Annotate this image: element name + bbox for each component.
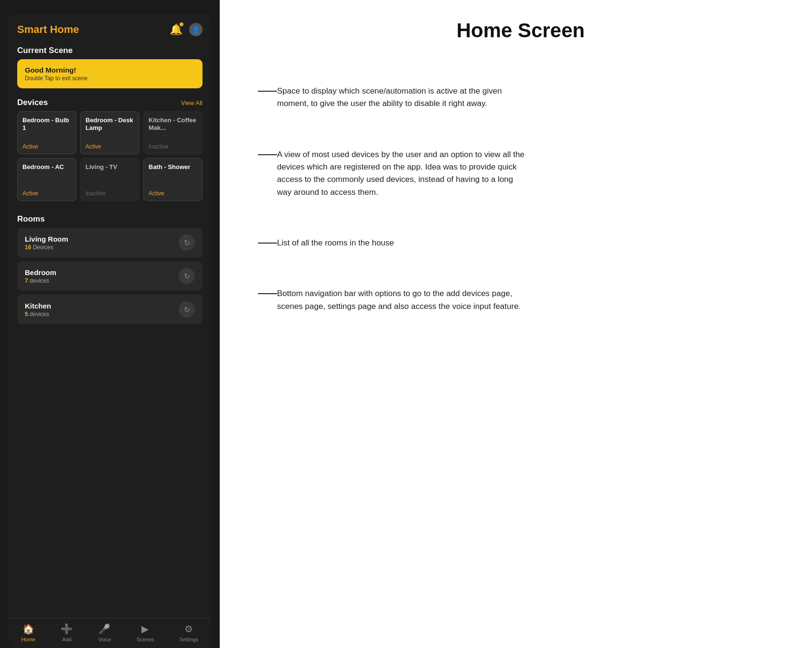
app-header: Smart Home 🔔 👤 (9, 14, 211, 42)
room-count-2: 5 (25, 311, 28, 318)
nav-icon-voice: 🎤 (98, 623, 110, 635)
room-arrow-2[interactable]: ↻ (179, 301, 195, 318)
devices-section-title: Devices (17, 98, 48, 107)
header-icons: 🔔 👤 (170, 23, 203, 36)
device-name-3: Bedroom - AC (22, 163, 71, 171)
devices-grid: Bedroom - Bulb 1 Active Bedroom - Desk L… (9, 111, 211, 208)
nav-item-scenes[interactable]: ▶ Scenes (137, 623, 154, 642)
room-name-0: Living Room (25, 235, 68, 243)
scene-card[interactable]: Good Morning! Double Tap to exit scene (17, 59, 203, 88)
current-scene-title: Current Scene (9, 42, 211, 59)
phone-mockup: Smart Home 🔔 👤 Current Scene Good Mornin… (0, 0, 220, 648)
nav-label-add: Add (62, 637, 72, 642)
room-count-1: 7 (25, 277, 28, 284)
device-status-1: Active (85, 143, 134, 150)
nav-icon-scenes: ▶ (141, 623, 149, 635)
devices-annotation-text: A view of most used devices by the user … (277, 149, 525, 199)
rooms-section-title: Rooms (9, 211, 211, 228)
nav-item-home[interactable]: 🏠 Home (21, 623, 35, 642)
phone-screen: Smart Home 🔔 👤 Current Scene Good Mornin… (9, 14, 211, 648)
rooms-annotation-block: List of all the rooms in the house (258, 237, 783, 249)
scene-card-title: Good Morning! (25, 66, 195, 74)
device-status-3: Active (22, 190, 71, 197)
device-card-0[interactable]: Bedroom - Bulb 1 Active (17, 111, 76, 154)
device-name-2: Kitchen - Coffee Mak... (149, 117, 197, 131)
room-name-1: Bedroom (25, 268, 56, 276)
nav-icon-settings: ⚙ (184, 623, 193, 635)
device-name-5: Bath - Shower (149, 163, 197, 171)
scene-card-subtitle: Double Tap to exit scene (25, 75, 195, 82)
page-title: Home Screen (258, 19, 783, 42)
nav-item-voice[interactable]: 🎤 Voice (98, 623, 111, 642)
device-card-1[interactable]: Bedroom - Desk Lamp Active (80, 111, 139, 154)
room-info-2: Kitchen 5 devices (25, 302, 51, 318)
view-all-button[interactable]: View All (181, 99, 203, 106)
room-name-2: Kitchen (25, 302, 51, 310)
room-info-0: Living Room 16 Devices (25, 235, 68, 251)
room-count-0: 16 (25, 244, 31, 251)
annotation-panel: Home Screen Space to display which scene… (220, 0, 812, 351)
nav-label-settings: Settings (180, 637, 199, 642)
logo-text: Smart (17, 23, 47, 35)
device-card-5[interactable]: Bath - Shower Active (143, 158, 203, 201)
nav-annotation-text: Bottom navigation bar with options to go… (277, 287, 525, 313)
scene-annotation-text: Space to display which scene/automation … (277, 85, 525, 110)
annotation-line-scene (258, 91, 277, 92)
room-devices-2: 5 devices (25, 311, 51, 318)
nav-icon-add: ➕ (61, 623, 73, 635)
device-card-2[interactable]: Kitchen - Coffee Mak... Inactive (143, 111, 203, 154)
room-arrow-0[interactable]: ↻ (179, 234, 195, 251)
device-status-0: Active (22, 143, 71, 150)
app-logo: Smart Home (17, 23, 79, 36)
logo-accent: Home (50, 23, 79, 35)
device-status-4: Inactive (85, 190, 134, 197)
rooms-annotation-text: List of all the rooms in the house (277, 237, 394, 249)
room-item-1[interactable]: Bedroom 7 devices ↻ (17, 261, 203, 291)
nav-item-add[interactable]: ➕ Add (61, 623, 73, 642)
room-devices-0: 16 Devices (25, 244, 68, 251)
scene-annotation-block: Space to display which scene/automation … (258, 85, 783, 110)
device-card-3[interactable]: Bedroom - AC Active (17, 158, 76, 201)
device-name-4: Living - TV (85, 163, 134, 171)
nav-icon-home: 🏠 (22, 623, 34, 635)
nav-annotation-block: Bottom navigation bar with options to go… (258, 287, 783, 313)
room-item-2[interactable]: Kitchen 5 devices ↻ (17, 295, 203, 324)
nav-label-voice: Voice (98, 637, 111, 642)
room-label-0: Devices (33, 244, 53, 251)
bottom-navigation: 🏠 Home ➕ Add 🎤 Voice ▶ Scenes ⚙ Settings (9, 618, 211, 648)
room-item-0[interactable]: Living Room 16 Devices ↻ (17, 228, 203, 257)
devices-annotation-block: A view of most used devices by the user … (258, 149, 783, 199)
room-info-1: Bedroom 7 devices (25, 268, 56, 284)
devices-header: Devices View All (9, 95, 211, 111)
device-card-4[interactable]: Living - TV Inactive (80, 158, 139, 201)
device-status-2: Inactive (149, 143, 197, 150)
device-name-1: Bedroom - Desk Lamp (85, 117, 134, 131)
notification-badge (180, 22, 183, 26)
room-label-2: devices (30, 311, 49, 318)
annotation-line-nav (258, 293, 277, 294)
nav-label-home: Home (21, 637, 35, 642)
nav-label-scenes: Scenes (137, 637, 154, 642)
device-name-0: Bedroom - Bulb 1 (22, 117, 71, 131)
annotation-line-rooms (258, 243, 277, 244)
annotation-line-devices (258, 154, 277, 155)
room-label-1: devices (30, 277, 49, 284)
rooms-section: Rooms Living Room 16 Devices ↻ Bedroom 7… (9, 208, 211, 328)
room-devices-1: 7 devices (25, 277, 56, 284)
device-status-5: Active (149, 190, 197, 197)
nav-item-settings[interactable]: ⚙ Settings (180, 623, 199, 642)
user-avatar[interactable]: 👤 (189, 23, 203, 36)
room-arrow-1[interactable]: ↻ (179, 268, 195, 284)
notification-bell[interactable]: 🔔 (170, 23, 182, 36)
